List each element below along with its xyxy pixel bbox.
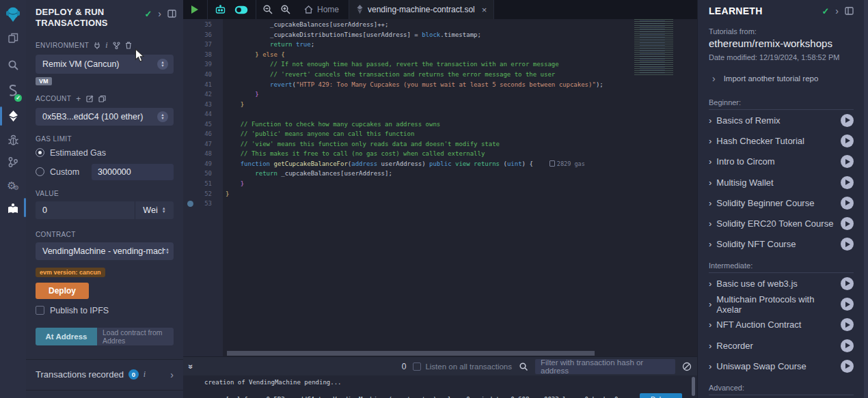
estimated-gas-option[interactable]: Estimated Gas	[36, 148, 174, 158]
play-tutorial-button[interactable]	[841, 339, 854, 352]
code-text[interactable]: // This makes it free to call (no gas co…	[226, 150, 485, 157]
code-line[interactable]: 42 }	[183, 89, 697, 100]
play-tutorial-button[interactable]	[841, 114, 854, 127]
code-text[interactable]: revert("HTTP 429: Too Many Cupcakes (you…	[226, 81, 603, 88]
custom-gas-input[interactable]: 3000000	[92, 164, 174, 180]
tutorial-item[interactable]: ›Recorder	[709, 335, 854, 356]
code-line[interactable]: 35 _cupcakeBalances[userAddress]++;	[183, 20, 697, 30]
tab-active-file[interactable]: vending-machine-contract.sol ×	[349, 0, 494, 19]
terminal-search-icon[interactable]	[519, 362, 528, 371]
code-line[interactable]: 45 // Function to check how many cupcake…	[183, 119, 697, 129]
code-line[interactable]: 38 } else {	[183, 50, 697, 60]
run-script-icon[interactable]	[191, 5, 198, 14]
solidity-compiler-icon[interactable]: ✓	[0, 81, 26, 101]
debug-button[interactable]: Debug	[640, 393, 681, 398]
copy-address-icon[interactable]	[98, 95, 106, 102]
code-text[interactable]: } else {	[226, 51, 285, 58]
editor-minimap[interactable]	[632, 19, 694, 75]
panel-chevron-icon[interactable]: ›	[158, 8, 161, 19]
zoom-out-icon[interactable]	[262, 4, 273, 15]
line-number[interactable]: 37	[183, 41, 212, 48]
tutorial-item[interactable]: ›Basics of Remix	[709, 110, 854, 130]
line-number[interactable]: 48	[183, 150, 212, 157]
breakpoint-icon[interactable]	[187, 201, 193, 207]
code-text[interactable]: return true;	[226, 41, 314, 48]
code-line[interactable]: 48 // This makes it free to call (no gas…	[183, 149, 697, 159]
listen-all-checkbox[interactable]	[413, 363, 421, 371]
trash-icon[interactable]	[125, 42, 132, 49]
learneth-chevron-icon[interactable]: ›	[835, 5, 839, 16]
contract-select[interactable]: VendingMachine - vending-machin ▲▼	[36, 242, 174, 260]
line-number[interactable]: 46	[183, 130, 212, 137]
line-number[interactable]: 51	[183, 180, 212, 187]
learneth-pin-icon[interactable]	[845, 7, 854, 15]
code-text[interactable]: function getCupcakeBalanceFor(address us…	[226, 160, 533, 167]
tab-home[interactable]: Home	[295, 0, 349, 19]
tutorial-item[interactable]: ›Multisig Wallet	[709, 172, 854, 193]
code-text[interactable]: }	[226, 180, 244, 187]
tutorial-item[interactable]: ›Multichain Protocols with Axelar	[709, 294, 854, 314]
code-text[interactable]: }	[226, 91, 259, 98]
code-line[interactable]: 50 return _cupcakeBalances[userAddress];	[183, 169, 697, 179]
code-text[interactable]: // 'view' means this function only reads…	[226, 141, 500, 147]
play-tutorial-button[interactable]	[841, 134, 854, 147]
code-editor[interactable]: 35 _cupcakeBalances[userAddress]++;36 _c…	[183, 19, 697, 356]
play-tutorial-button[interactable]	[841, 298, 854, 311]
code-line[interactable]: 37 return true;	[183, 40, 697, 50]
line-number[interactable]: 40	[183, 71, 212, 78]
plugin-manager-icon[interactable]: ⚙⚙	[0, 175, 26, 195]
sign-message-icon[interactable]	[86, 95, 94, 102]
expand-transactions-icon[interactable]: ›	[170, 369, 174, 380]
code-text[interactable]: _cupcakeBalances[userAddress]++;	[226, 21, 388, 28]
editor-horizontal-scrollbar[interactable]	[227, 351, 595, 356]
search-icon[interactable]	[0, 55, 26, 75]
code-line[interactable]: 49 function getCupcakeBalanceFor(address…	[183, 159, 697, 169]
play-tutorial-button[interactable]	[841, 238, 854, 251]
line-number[interactable]: 45	[183, 121, 212, 128]
at-address-input[interactable]: Load contract from Addres	[97, 328, 174, 345]
tutorial-item[interactable]: ›Basic use of web3.js	[709, 273, 854, 294]
debugger-icon[interactable]	[0, 130, 26, 150]
deploy-button[interactable]: Deploy	[36, 283, 89, 299]
code-line[interactable]: 51 }	[183, 179, 697, 189]
line-number[interactable]: 38	[183, 51, 212, 58]
line-number[interactable]: 49	[183, 160, 212, 167]
code-line[interactable]: 36 _cupcakeDistributionTimes[userAddress…	[183, 30, 697, 40]
tutorial-item[interactable]: ›Hash Checker Tutorial	[709, 130, 854, 151]
tutorial-item[interactable]: ›Solidity Beginner Course	[709, 193, 854, 213]
code-line[interactable]: 52}	[183, 188, 697, 199]
code-text[interactable]: // 'public' means anyone can call this f…	[226, 130, 414, 137]
import-repo-row[interactable]: › Import another tutorial repo	[709, 73, 854, 84]
code-text[interactable]: return _cupcakeBalances[userAddress];	[226, 170, 392, 177]
value-input[interactable]: 0	[36, 205, 135, 215]
environment-select[interactable]: Remix VM (Cancun) ▲▼	[36, 55, 174, 74]
deploy-run-icon[interactable]	[0, 106, 26, 126]
code-text[interactable]: // Function to check how many cupcakes a…	[226, 121, 440, 128]
zoom-in-icon[interactable]	[280, 4, 291, 15]
line-number[interactable]: 36	[183, 31, 212, 38]
line-number[interactable]: 43	[183, 101, 212, 108]
ai-assistant-robot-icon[interactable]	[215, 4, 226, 15]
tutorial-item[interactable]: ›All about Proxy Contracts	[709, 395, 854, 398]
custom-gas-option[interactable]: Custom 3000000	[36, 164, 174, 180]
at-address-button[interactable]: At Address	[36, 328, 97, 345]
terminal-log[interactable]: creation of VendingMachine pending... [v…	[183, 375, 697, 398]
terminal-filter-input[interactable]: Filter with transaction hash or address	[535, 359, 675, 374]
publish-ipfs-checkbox[interactable]	[36, 306, 44, 315]
code-text[interactable]: // If not enough time has passed, revert…	[226, 61, 559, 68]
play-tutorial-button[interactable]	[841, 360, 854, 373]
remix-logo-icon[interactable]	[0, 4, 26, 25]
transactions-recorded-row[interactable]: Transactions recorded 0 i ›	[26, 359, 183, 390]
file-explorer-icon[interactable]	[0, 27, 26, 48]
copilot-toggle-icon[interactable]	[234, 5, 248, 14]
fork-icon[interactable]	[113, 42, 120, 49]
line-number[interactable]: 41	[183, 81, 212, 88]
line-number[interactable]: 39	[183, 61, 212, 68]
source-control-icon[interactable]	[0, 152, 26, 172]
code-line[interactable]: 44	[183, 109, 697, 119]
code-line[interactable]: 53	[183, 199, 697, 209]
play-tutorial-button[interactable]	[841, 155, 854, 168]
line-number[interactable]: 47	[183, 141, 212, 147]
plug-icon[interactable]	[94, 42, 100, 49]
code-line[interactable]: 40 // 'revert' cancels the transaction a…	[183, 70, 697, 80]
